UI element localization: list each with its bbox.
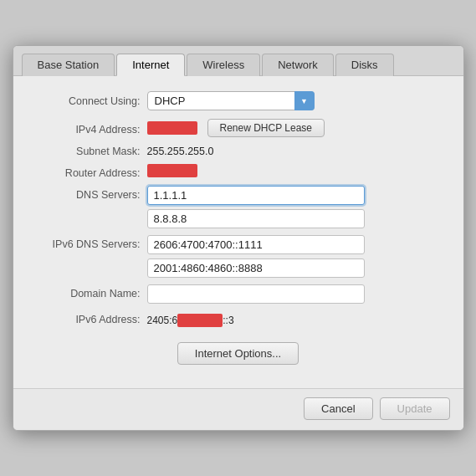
update-button[interactable]: Update xyxy=(380,397,450,420)
cancel-button[interactable]: Cancel xyxy=(304,397,372,420)
ipv6-dns1-input[interactable] xyxy=(147,235,365,254)
internet-options-area: Internet Options... xyxy=(30,342,447,365)
ipv6-address-row: IPv6 Address: 2405:6 ::3 xyxy=(30,310,447,327)
domain-label: Domain Name: xyxy=(30,284,147,299)
dns1-input[interactable] xyxy=(147,186,365,205)
settings-window: Base Station Internet Wireless Network D… xyxy=(13,45,464,431)
ipv4-label: IPv4 Address: xyxy=(30,120,147,136)
router-label: Router Address: xyxy=(30,164,147,179)
connect-using-select-wrapper: DHCP xyxy=(147,91,315,110)
ipv6-dns-label: IPv6 DNS Servers: xyxy=(30,235,147,250)
internet-options-button[interactable]: Internet Options... xyxy=(177,342,299,365)
dns-servers-row: DNS Servers: xyxy=(30,186,447,228)
tab-internet[interactable]: Internet xyxy=(116,54,185,76)
tab-wireless[interactable]: Wireless xyxy=(187,54,260,76)
connect-using-row: Connect Using: DHCP xyxy=(30,91,447,110)
ipv6-address-value: 2405:6 ::3 xyxy=(147,310,234,327)
domain-input[interactable] xyxy=(147,284,365,304)
tab-bar: Base Station Internet Wireless Network D… xyxy=(13,46,463,76)
subnet-row: Subnet Mask: 255.255.255.0 xyxy=(30,142,447,157)
connect-using-label: Connect Using: xyxy=(30,95,147,107)
ipv6-dns-row: IPv6 DNS Servers: xyxy=(30,235,447,278)
dns2-input[interactable] xyxy=(147,209,365,228)
tab-network[interactable]: Network xyxy=(262,54,334,76)
router-value-redacted xyxy=(147,164,197,177)
ipv6-dns-group xyxy=(147,235,365,278)
tab-disks[interactable]: Disks xyxy=(335,54,394,76)
ipv6-dns2-input[interactable] xyxy=(147,258,365,278)
router-row: Router Address: xyxy=(30,164,447,179)
renew-dhcp-button[interactable]: Renew DHCP Lease xyxy=(207,119,325,137)
tab-base-station[interactable]: Base Station xyxy=(22,54,115,76)
ipv4-row: IPv4 Address: Renew DHCP Lease xyxy=(30,119,447,137)
content-area: Connect Using: DHCP IPv4 Address: Renew … xyxy=(13,76,463,388)
subnet-label: Subnet Mask: xyxy=(30,142,147,157)
ipv6-suffix: ::3 xyxy=(223,315,233,326)
ipv6-address-label: IPv6 Address: xyxy=(30,310,147,325)
ipv4-value-redacted xyxy=(147,121,197,135)
subnet-value: 255.255.255.0 xyxy=(147,142,214,157)
ipv6-prefix: 2405:6 xyxy=(147,315,178,326)
dns-servers-group xyxy=(147,186,365,228)
bottom-bar: Cancel Update xyxy=(13,388,463,430)
dns-servers-label: DNS Servers: xyxy=(30,186,147,201)
ipv6-redacted xyxy=(177,314,223,327)
connect-using-select[interactable]: DHCP xyxy=(147,91,315,110)
domain-row: Domain Name: xyxy=(30,284,447,304)
